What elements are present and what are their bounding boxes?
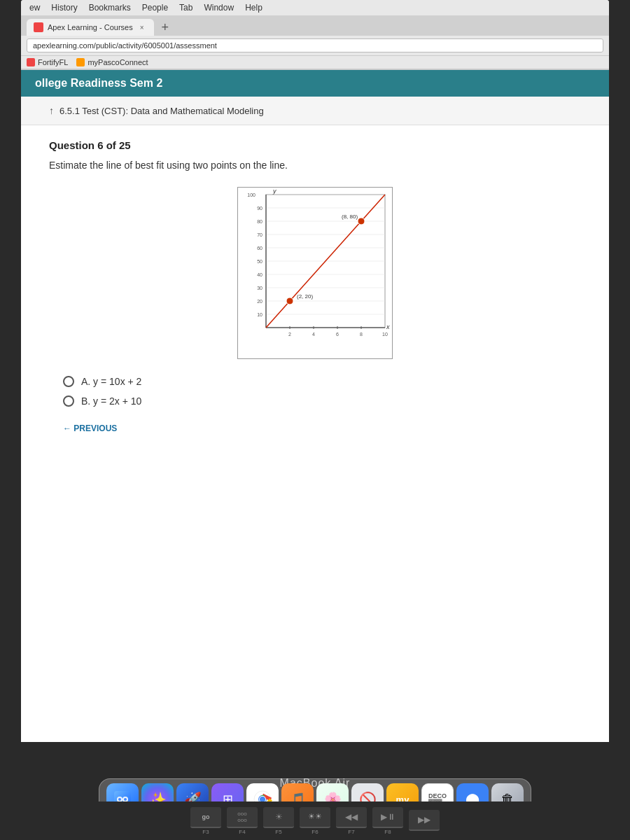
- answer-a-label: A. y = 10x + 2: [81, 376, 141, 387]
- svg-point-36: [286, 298, 293, 304]
- menu-ew[interactable]: ew: [29, 3, 40, 13]
- address-bar: apexlearning.com/public/activity/6005001…: [21, 36, 609, 56]
- graph-container: y 100 90 80: [49, 187, 581, 359]
- question-text: Estimate the line of best fit using two …: [49, 158, 581, 173]
- svg-text:40: 40: [257, 272, 262, 277]
- new-tab-button[interactable]: +: [157, 19, 174, 36]
- svg-text:4: 4: [312, 332, 315, 337]
- key-f5[interactable]: ☀ F5: [263, 807, 294, 835]
- course-header: ollege Readiness Sem 2: [21, 70, 609, 97]
- svg-text:100: 100: [247, 192, 255, 197]
- course-title: ollege Readiness Sem 2: [35, 77, 162, 89]
- key-f6[interactable]: ☀☀ F6: [300, 807, 330, 835]
- browser-chrome: ew History Bookmarks People Tab Window H…: [21, 0, 609, 70]
- tab-title: Apex Learning - Courses: [48, 23, 133, 31]
- svg-point-37: [358, 218, 365, 225]
- fortify-label: FortifyFL: [38, 58, 68, 66]
- url-input[interactable]: apexlearning.com/public/activity/6005001…: [27, 38, 603, 52]
- question-area: Question 6 of 25 Estimate the line of be…: [21, 125, 609, 454]
- menu-history[interactable]: History: [51, 3, 77, 13]
- svg-text:y: y: [272, 188, 276, 195]
- radio-a[interactable]: [63, 376, 74, 387]
- bookmark-mypasco[interactable]: myPascoConnect: [76, 58, 148, 66]
- svg-text:10: 10: [257, 312, 262, 317]
- answer-choices: A. y = 10x + 2 B. y = 2x + 10: [63, 376, 581, 407]
- svg-text:70: 70: [257, 232, 262, 237]
- svg-text:2: 2: [288, 332, 291, 337]
- page-content: ollege Readiness Sem 2 ↑ 6.5.1 Test (CST…: [21, 70, 609, 742]
- svg-text:10: 10: [382, 332, 388, 337]
- key-f4[interactable]: oooooo F4: [227, 807, 258, 835]
- menu-help[interactable]: Help: [245, 3, 262, 13]
- key-f3[interactable]: go F3: [190, 807, 221, 835]
- keyboard-row: go F3 oooooo F4 ☀ F5 ☀☀ F6 ◀◀ F7: [0, 802, 630, 840]
- graph-wrapper: y 100 90 80: [237, 187, 393, 359]
- svg-text:(2, 20): (2, 20): [297, 293, 313, 300]
- tab-close-button[interactable]: ×: [137, 22, 147, 32]
- svg-text:60: 60: [257, 246, 262, 251]
- question-number: Question 6 of 25: [49, 139, 581, 151]
- svg-text:8: 8: [360, 332, 363, 337]
- svg-text:50: 50: [257, 259, 262, 264]
- answer-b-label: B. y = 2x + 10: [81, 396, 141, 407]
- svg-text:80: 80: [257, 219, 262, 224]
- svg-text:(8, 80): (8, 80): [342, 214, 358, 220]
- menu-people[interactable]: People: [142, 3, 168, 13]
- laptop-body: ew History Bookmarks People Tab Window H…: [0, 0, 630, 840]
- test-icon: ↑: [49, 105, 54, 116]
- previous-button[interactable]: ← PREVIOUS: [63, 424, 581, 433]
- radio-b[interactable]: [63, 396, 74, 407]
- tab-favicon: [34, 22, 43, 32]
- svg-point-43: [118, 798, 121, 801]
- bookmark-fortify[interactable]: FortifyFL: [27, 58, 68, 66]
- svg-text:x: x: [386, 323, 390, 330]
- bookmarks-bar: FortifyFL myPascoConnect: [21, 56, 609, 69]
- answer-choice-b[interactable]: B. y = 2x + 10: [63, 396, 581, 407]
- previous-label: ← PREVIOUS: [63, 424, 117, 433]
- menu-tab[interactable]: Tab: [179, 3, 192, 13]
- menu-window[interactable]: Window: [204, 3, 234, 13]
- key-f7[interactable]: ◀◀ F7: [336, 807, 367, 835]
- svg-point-44: [124, 798, 127, 801]
- key-f9[interactable]: ▶▶: [409, 810, 440, 832]
- test-title: 6.5.1 Test (CST): Data and Mathematical …: [59, 106, 264, 116]
- menu-bookmarks[interactable]: Bookmarks: [89, 3, 131, 13]
- active-tab[interactable]: Apex Learning - Courses ×: [27, 19, 154, 36]
- screen: ew History Bookmarks People Tab Window H…: [21, 0, 609, 742]
- mypasco-favicon: [76, 58, 85, 66]
- fortify-favicon: [27, 58, 35, 66]
- svg-text:6: 6: [336, 332, 339, 337]
- graph-svg: y 100 90 80: [238, 188, 392, 356]
- menu-bar: ew History Bookmarks People Tab Window H…: [21, 0, 609, 16]
- tab-bar: Apex Learning - Courses × +: [21, 16, 609, 36]
- test-header: ↑ 6.5.1 Test (CST): Data and Mathematica…: [21, 97, 609, 125]
- key-f8[interactable]: ▶⏸ F8: [372, 807, 403, 835]
- answer-choice-a[interactable]: A. y = 10x + 2: [63, 376, 581, 387]
- svg-text:90: 90: [257, 206, 262, 211]
- svg-text:20: 20: [257, 299, 262, 304]
- svg-text:30: 30: [257, 286, 262, 290]
- mypasco-label: myPascoConnect: [88, 58, 148, 66]
